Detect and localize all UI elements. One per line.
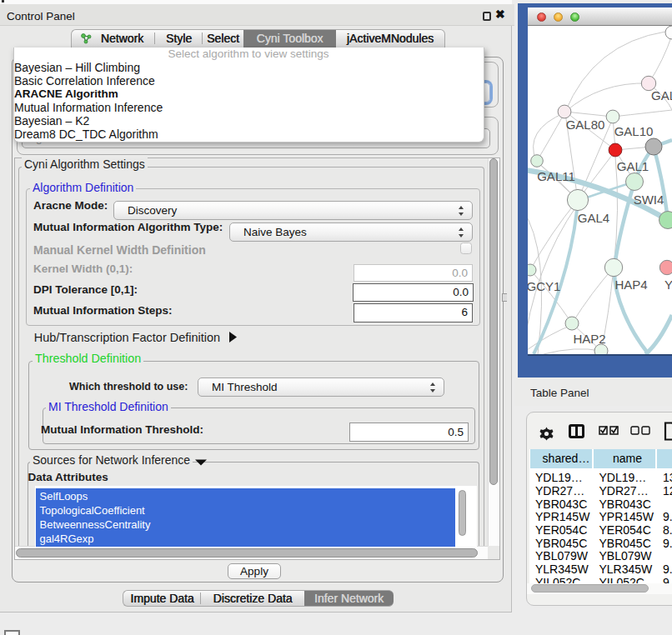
- svg-text:HAP2: HAP2: [573, 332, 605, 346]
- svg-text:GAL80: GAL80: [566, 118, 605, 132]
- svg-text:GAL11: GAL11: [537, 169, 575, 183]
- svg-text:YJ: YJ: [664, 278, 672, 292]
- svg-text:GAL10: GAL10: [614, 124, 654, 138]
- svg-text:HAP4: HAP4: [614, 278, 647, 292]
- svg-text:GCY1: GCY1: [528, 279, 560, 293]
- svg-text:GAL4: GAL4: [578, 211, 609, 225]
- svg-text:SWI4: SWI4: [634, 192, 664, 207]
- svg-text:GAL1: GAL1: [617, 159, 649, 173]
- svg-text:GAL7: GAL7: [651, 88, 672, 102]
